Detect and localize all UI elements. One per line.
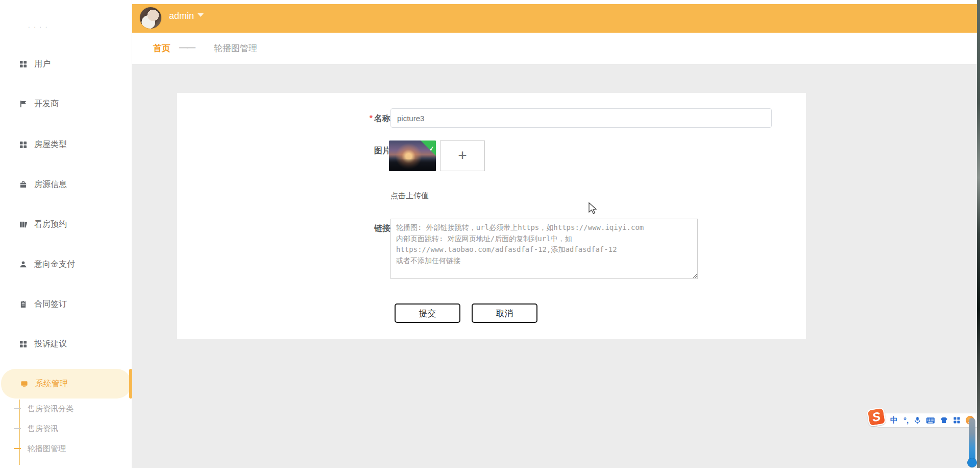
tree-tick-icon <box>14 408 21 409</box>
sidebar-item-house-types[interactable]: 房屋类型 <box>0 134 132 155</box>
square-icon <box>20 380 28 388</box>
sidebar-item-label: 投诉建议 <box>34 339 67 349</box>
grid-icon <box>19 340 27 348</box>
scrollbar-thumb-ball[interactable] <box>967 458 977 467</box>
ime-mode-toggle[interactable]: 中 <box>890 415 898 425</box>
keyboard-icon[interactable] <box>926 417 935 424</box>
sidebar-item-label: 房源信息 <box>34 179 67 190</box>
active-item-indicator <box>129 369 132 399</box>
thumbnail-skyline <box>389 159 436 171</box>
required-asterisk: * <box>370 114 373 123</box>
sidebar-item-label: 用户 <box>34 59 51 69</box>
sidebar-item-users[interactable]: 用户 <box>0 54 132 74</box>
sidebar-item-label: 开发商 <box>34 99 59 109</box>
sidebar-subitem-label: 售房资讯分类 <box>28 404 74 414</box>
top-header-bar: admin <box>132 4 980 33</box>
sidebar-subitem-label: 售房资讯 <box>28 424 58 434</box>
name-input[interactable] <box>390 108 772 128</box>
add-image-button[interactable]: + <box>440 141 485 171</box>
username-text[interactable]: admin <box>169 11 194 21</box>
breadcrumb-current: 轮播图管理 <box>214 42 257 54</box>
content-area: *名称 图片 ✓ + 点击上传值 链接 轮播图: 外部链接跳转，url必须带上h… <box>132 64 980 468</box>
image-field-label: 图片 <box>350 146 390 156</box>
tree-tick-icon <box>14 428 21 429</box>
breadcrumb-separator: —— <box>179 42 194 53</box>
chart-flag-icon <box>19 100 27 108</box>
avatar[interactable] <box>139 7 162 29</box>
toolbox-icon[interactable] <box>953 417 960 424</box>
sidebar: . . . . 用户 开发商 房屋类型 房源信息 <box>0 0 132 468</box>
ime-toolbar: 中 °, <box>876 413 980 428</box>
sidebar-item-listings[interactable]: 房源信息 <box>0 174 132 195</box>
form-panel: *名称 图片 ✓ + 点击上传值 链接 轮播图: 外部链接跳转，url必须带上h… <box>177 93 806 339</box>
grid-icon <box>19 60 27 68</box>
sidebar-item-label: 合同签订 <box>34 299 67 310</box>
breadcrumb-home-link[interactable]: 首页 <box>153 42 170 54</box>
sidebar-item-label: 意向金支付 <box>34 259 75 270</box>
scrollbar-thumb[interactable] <box>969 418 975 462</box>
grid-icon <box>19 141 27 149</box>
sogou-logo-icon[interactable]: S <box>867 407 887 427</box>
breadcrumb: 首页 —— 轮播图管理 <box>132 33 980 64</box>
sidebar-subitem-news-category[interactable]: 售房资讯分类 <box>0 401 132 416</box>
user-icon <box>19 260 27 268</box>
sidebar-item-complaints[interactable]: 投诉建议 <box>0 334 132 354</box>
sidebar-item-label: 看房预约 <box>34 219 67 230</box>
sidebar-item-system-management[interactable]: 系统管理 <box>1 369 131 399</box>
sidebar-subitem-carousel-management[interactable]: 轮播图管理 <box>0 441 132 456</box>
sidebar-item-viewing-appointments[interactable]: 看房预约 <box>0 214 132 235</box>
link-field-label: 链接 <box>350 223 390 234</box>
upload-hint-text: 点击上传值 <box>390 191 429 201</box>
sidebar-item-label: 系统管理 <box>35 379 68 389</box>
book-icon <box>19 220 27 228</box>
plus-icon: + <box>458 147 467 164</box>
skin-icon[interactable] <box>940 417 948 424</box>
uploaded-image-thumbnail[interactable]: ✓ <box>389 141 436 171</box>
chevron-down-icon[interactable] <box>198 13 204 17</box>
name-field-label: *名称 <box>350 113 390 124</box>
clipboard-icon <box>19 300 27 308</box>
cancel-button[interactable]: 取消 <box>472 303 537 323</box>
sidebar-subitem-label: 轮播图管理 <box>28 444 66 454</box>
tree-tick-icon <box>14 448 21 449</box>
submit-button[interactable]: 提交 <box>395 303 460 323</box>
check-icon: ✓ <box>429 145 435 152</box>
sidebar-subitem-news[interactable]: 售房资讯 <box>0 421 132 436</box>
briefcase-icon <box>19 180 27 189</box>
app-window: . . . . 用户 开发商 房屋类型 房源信息 <box>0 0 980 468</box>
ime-punctuation-toggle[interactable]: °, <box>903 416 909 425</box>
sidebar-item-label: 房屋类型 <box>34 139 67 150</box>
screen-edge-strip <box>977 0 980 468</box>
sidebar-item-contract-signing[interactable]: 合同签订 <box>0 294 132 314</box>
microphone-icon[interactable] <box>914 416 921 424</box>
sidebar-item-deposit-payment[interactable]: 意向金支付 <box>0 254 132 274</box>
sidebar-item-developers[interactable]: 开发商 <box>0 93 132 114</box>
sidebar-logo-placeholder: . . . . <box>28 21 48 29</box>
link-textarea[interactable]: 轮播图: 外部链接跳转，url必须带上https，如https://www.iq… <box>390 219 698 279</box>
